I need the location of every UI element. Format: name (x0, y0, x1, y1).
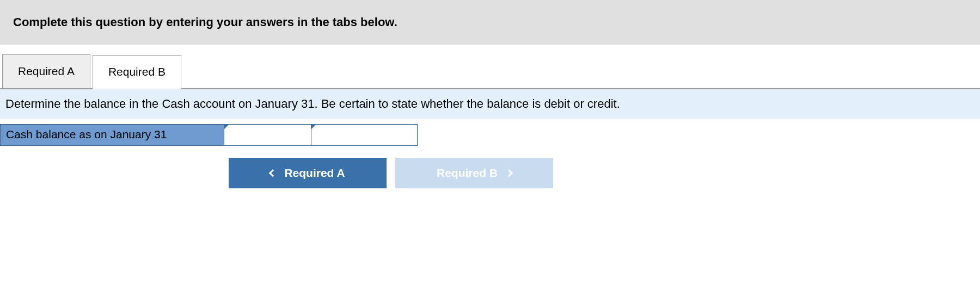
debit-credit-input[interactable] (311, 124, 418, 146)
question-text: Determine the balance in the Cash accoun… (0, 89, 980, 119)
instruction-bar: Complete this question by entering your … (0, 0, 980, 45)
amount-input[interactable] (224, 124, 311, 146)
next-button-label: Required B (437, 167, 498, 180)
tabs-row: Required A Required B (0, 54, 980, 89)
tab-required-a[interactable]: Required A (2, 54, 90, 88)
chevron-left-icon (269, 169, 277, 177)
tab-required-b[interactable]: Required B (93, 55, 181, 89)
answer-row: Cash balance as on January 31 (0, 124, 980, 146)
next-button[interactable]: Required B (395, 158, 553, 188)
answer-row-label: Cash balance as on January 31 (0, 124, 224, 146)
prev-button[interactable]: Required A (229, 158, 387, 188)
nav-row: Required A Required B (229, 158, 980, 188)
chevron-right-icon (505, 169, 513, 177)
prev-button-label: Required A (284, 167, 345, 180)
